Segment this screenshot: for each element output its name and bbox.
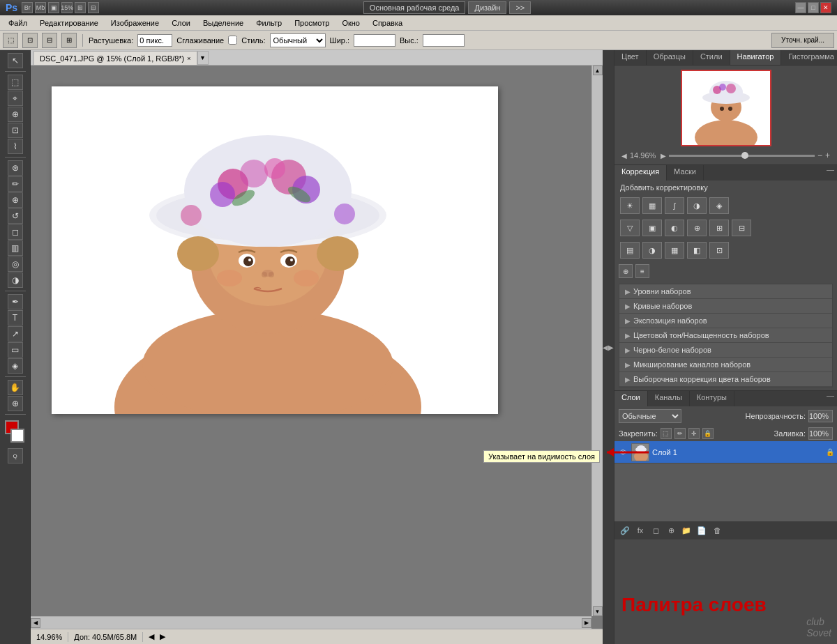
nav-zoom-thumb[interactable]: [741, 152, 748, 159]
blur-tool[interactable]: ◎: [8, 256, 23, 272]
invert-icon[interactable]: ⊟: [732, 220, 751, 236]
bridge-icon[interactable]: Br: [22, 2, 33, 13]
adj-curves[interactable]: ▶ Кривые наборов: [619, 299, 832, 314]
minimize-btn[interactable]: —: [795, 2, 806, 13]
nav-zoom-left-arrow[interactable]: ◀: [621, 152, 627, 160]
menu-edit[interactable]: Редактирование: [34, 17, 104, 29]
photo-filter-icon[interactable]: ⊕: [687, 220, 707, 236]
layer-link-btn[interactable]: 🔗: [619, 524, 631, 537]
marquee-option-btn[interactable]: ⊡: [22, 33, 38, 48]
tab-paths[interactable]: Контуры: [690, 391, 734, 406]
hand-tool[interactable]: ✋: [8, 380, 23, 395]
scroll-down-btn[interactable]: ▼: [593, 606, 603, 616]
scroll-right-btn[interactable]: ▶: [582, 618, 591, 628]
adj-levels[interactable]: ▶ Уровни наборов: [619, 284, 832, 299]
opacity-input[interactable]: [808, 410, 833, 422]
layer-adj-btn[interactable]: ⊕: [665, 524, 677, 537]
vertical-scrollbar[interactable]: ▲ ▼: [591, 66, 603, 616]
tab-correction[interactable]: Коррекция: [614, 165, 667, 181]
tab-close-btn[interactable]: ×: [187, 55, 190, 62]
close-btn[interactable]: ✕: [820, 2, 831, 13]
menu-select[interactable]: Выделение: [197, 17, 249, 29]
background-color[interactable]: [10, 429, 24, 443]
zoom-tool[interactable]: ⊕: [8, 396, 23, 411]
marquee-tool[interactable]: ⬚: [8, 75, 23, 90]
marquee-intersect-btn[interactable]: ⊞: [61, 33, 77, 48]
nav-zoom-right-arrow[interactable]: ▶: [661, 152, 666, 160]
layer-item-0[interactable]: 👁 Слой 1 🔒: [614, 441, 837, 463]
posterize-icon[interactable]: ▤: [620, 242, 640, 259]
gradient-map-icon[interactable]: ▦: [665, 242, 684, 259]
lock-all-btn[interactable]: 🔒: [702, 428, 714, 439]
menu-image[interactable]: Изображение: [105, 17, 165, 29]
crop-tool[interactable]: ⊡: [8, 123, 23, 138]
tab-histogram[interactable]: Гистограмма: [781, 50, 837, 65]
threshold-icon[interactable]: ◑: [642, 242, 662, 259]
layer-vis-btn[interactable]: 👁: [617, 447, 628, 458]
side-toggle-btn[interactable]: ◀▶: [603, 50, 614, 644]
tab-swatches[interactable]: Образцы: [647, 50, 693, 65]
adj-exposure[interactable]: ▶ Экспозиция наборов: [619, 314, 832, 328]
move-tool[interactable]: ↖: [8, 53, 23, 68]
levels-icon[interactable]: ▦: [642, 197, 662, 214]
layer-fx-btn[interactable]: fx: [634, 524, 647, 537]
color-lookup-icon[interactable]: ⊡: [709, 242, 729, 259]
lock-transparent-btn[interactable]: ⬚: [661, 428, 672, 439]
pen-tool[interactable]: ✒: [8, 294, 23, 309]
maximize-btn[interactable]: □: [808, 2, 819, 13]
width-input[interactable]: [354, 34, 395, 47]
menu-view[interactable]: Просмотр: [289, 17, 335, 29]
workspace-main-btn[interactable]: Основная рабочая среда: [363, 1, 466, 14]
adj-huesat[interactable]: ▶ Цветовой тон/Насыщенность наборов: [619, 328, 832, 343]
adj-bw[interactable]: ▶ Черно-белое наборов: [619, 343, 832, 358]
layer-group-btn[interactable]: 📁: [680, 524, 693, 537]
eraser-tool[interactable]: ◻: [8, 224, 23, 240]
smooth-checkbox[interactable]: [228, 36, 237, 45]
tab-color[interactable]: Цвет: [614, 50, 647, 65]
marquee-sub-btn[interactable]: ⊟: [42, 33, 57, 48]
marquee-tool-btn[interactable]: ⬚: [3, 33, 18, 48]
layer-new-btn[interactable]: 📄: [695, 524, 708, 537]
tab-navigator[interactable]: Навигатор: [730, 50, 782, 65]
eyedropper-tool[interactable]: ⌇: [8, 139, 23, 154]
hue-sat-icon[interactable]: ▽: [620, 220, 640, 236]
mini-bridge-icon[interactable]: Mb: [35, 2, 46, 13]
dodge-tool[interactable]: ◑: [8, 273, 23, 288]
channel-mix-icon[interactable]: ⊞: [709, 220, 729, 236]
path-select-tool[interactable]: ↗: [8, 326, 23, 342]
workspace-design-btn[interactable]: Дизайн: [468, 1, 506, 14]
feather-input[interactable]: [137, 34, 172, 47]
history-brush-tool[interactable]: ↺: [8, 208, 23, 224]
nav-zoom-in-btn[interactable]: +: [825, 151, 830, 160]
tab-masks[interactable]: Маски: [667, 165, 704, 181]
image-display-btn[interactable]: ▣: [48, 2, 59, 13]
menu-file[interactable]: Файл: [3, 17, 33, 29]
corrections-minimize-btn[interactable]: —: [824, 165, 837, 181]
tab-channels[interactable]: Каналы: [648, 391, 690, 406]
new-adj-btn[interactable]: ⊕: [619, 264, 633, 278]
brush-tool[interactable]: ✏: [8, 176, 23, 192]
menu-help[interactable]: Справка: [367, 17, 408, 29]
3d-tool[interactable]: ◈: [8, 358, 23, 374]
tab-layers[interactable]: Слои: [614, 391, 648, 406]
status-nav-right[interactable]: ▶: [160, 632, 165, 641]
adj-options-btn[interactable]: ≡: [635, 264, 649, 278]
refine-edge-btn[interactable]: Уточн. край...: [771, 33, 834, 48]
scroll-left-btn[interactable]: ◀: [31, 618, 40, 628]
adj-channelmix[interactable]: ▶ Микширование каналов наборов: [619, 358, 832, 372]
horizontal-scrollbar[interactable]: ◀ ▶: [31, 616, 591, 629]
exposure-icon[interactable]: ◑: [687, 197, 707, 214]
quick-select-tool[interactable]: ⊕: [8, 107, 23, 122]
menu-layers[interactable]: Слои: [166, 17, 196, 29]
mode-btn[interactable]: Q: [8, 448, 23, 463]
tab-styles[interactable]: Стили: [693, 50, 730, 65]
adj-selective[interactable]: ▶ Выборочная коррекция цвета наборов: [619, 372, 832, 387]
spot-heal-tool[interactable]: ⊛: [8, 160, 23, 176]
workspace-more-btn[interactable]: >>: [509, 1, 531, 14]
shape-tool[interactable]: ▭: [8, 342, 23, 358]
panel-options-btn[interactable]: ⊟: [88, 2, 99, 13]
curves-icon[interactable]: ∫: [665, 197, 684, 214]
layer-mask-btn[interactable]: ◻: [649, 524, 662, 537]
style-select[interactable]: Обычный: [270, 33, 326, 47]
lasso-tool[interactable]: ⌖: [8, 91, 23, 106]
